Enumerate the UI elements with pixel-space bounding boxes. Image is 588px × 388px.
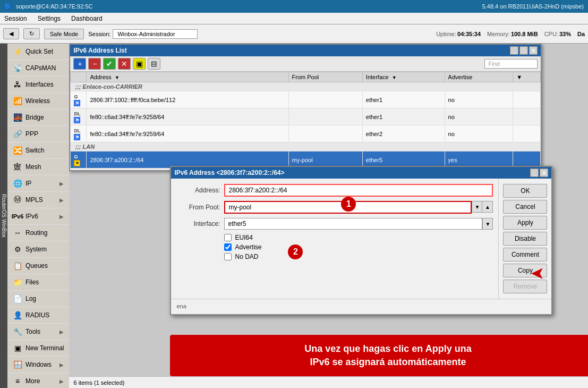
sidebar-item-label: More [25, 377, 40, 385]
table-row[interactable]: DL ⚑ fe80::c6ad:34ff:fe7e:9258/64 ether1… [71, 108, 541, 125]
from-pool-dropdown-btn[interactable]: ▼ [472, 201, 482, 213]
sidebar-item-tools[interactable]: 🔧 Tools ▶ [7, 324, 69, 340]
table-toolbar: + − ✔ ✕ ▣ ⊟ Find [70, 56, 541, 72]
more-arrow: ▶ [59, 378, 64, 384]
sidebar-item-routing[interactable]: ↔ Routing [7, 225, 69, 241]
col-interface[interactable]: Interface ▼ [362, 72, 445, 82]
status-text: 6 items (1 selected) [73, 379, 124, 386]
advertise-checkbox[interactable] [224, 243, 232, 251]
main-layout: RouterOS WinBox ⚡ Quick Set 📡 CAPsMAN 🖧 … [0, 44, 588, 388]
col-dropdown[interactable]: ▼ [513, 72, 541, 82]
filter-button[interactable]: ⊟ [148, 58, 160, 70]
sidebar-item-files[interactable]: 📁 Files [7, 274, 69, 291]
row-flag: DL ⚑ [71, 125, 87, 142]
cpu-label: CPU: [544, 31, 558, 37]
toolbar: ◀ ↻ Safe Mode Session: Winbox-Administra… [0, 24, 588, 44]
menu-dashboard[interactable]: Dashboard [69, 14, 105, 23]
ipv6-table: Address ▼ From Pool Interface ▼ [70, 72, 541, 168]
sidebar-item-label: Bridge [25, 114, 44, 121]
sidebar-item-quick-set[interactable]: ⚡ Quick Set [7, 44, 69, 60]
from-pool-select-wrap: my-pool ▼ ▲ [224, 201, 493, 214]
cancel-button[interactable]: Cancel [503, 200, 547, 214]
sidebar-item-label: Files [25, 279, 39, 286]
enable-button[interactable]: ✔ [103, 58, 116, 70]
address-input[interactable] [224, 184, 493, 197]
routeros-label: RouterOS WinBox [0, 44, 7, 388]
sidebar-item-mesh[interactable]: 🕸 Mesh [7, 159, 69, 175]
log-icon: 📄 [13, 294, 22, 303]
disable-button[interactable]: Disable [503, 232, 547, 246]
find-box[interactable]: Find [484, 59, 538, 69]
menu-settings[interactable]: Settings [36, 14, 63, 23]
sidebar-item-ppp[interactable]: 🔗 PPP [7, 126, 69, 142]
interfaces-icon: 🖧 [13, 80, 22, 89]
table-row[interactable]: G ⚑ 2806:3f7:1002::ffff:f0ca:bebe/112 et… [71, 91, 541, 108]
col-flag[interactable] [71, 72, 87, 82]
sidebar-item-mpls[interactable]: Ⓜ MPLS ▶ [7, 192, 69, 208]
sidebar-item-label: RADIUS [25, 311, 49, 319]
da-item: Da [577, 31, 585, 37]
sidebar-item-windows[interactable]: 🪟 Windows ▶ [7, 357, 69, 373]
row-address: fe80::c6ad:34ff:fe7e:9258/64 [87, 108, 288, 125]
address-label: Address: [176, 187, 224, 194]
table-row[interactable]: DL ⚑ fe80::c6ad:34ff:fe7e:9259/64 ether2… [71, 125, 541, 142]
forward-button[interactable]: ↻ [23, 28, 40, 39]
comment-button[interactable]: Comment [503, 248, 547, 262]
back-button[interactable]: ◀ [3, 28, 19, 39]
title-text: soporte@C4:AD:34:7E:92:5C [16, 3, 92, 10]
bridge-icon: 🌉 [13, 113, 22, 122]
add-button[interactable]: + [73, 58, 86, 70]
sidebar-item-ip[interactable]: 🌐 IP ▶ [7, 175, 69, 192]
minimize-button[interactable]: _ [510, 46, 518, 55]
eui64-checkbox[interactable] [224, 234, 232, 241]
sidebar-item-label: Routing [25, 229, 47, 237]
from-pool-row: From Pool: my-pool ▼ ▲ 1 [176, 201, 493, 214]
row-from-pool [288, 108, 362, 125]
menu-session[interactable]: Session [2, 14, 29, 23]
dialog-minimize-button[interactable]: _ [530, 168, 539, 177]
col-address[interactable]: Address ▼ [87, 72, 288, 82]
system-icon: ⚙ [13, 244, 22, 254]
sidebar-item-label: New Terminal [25, 344, 64, 352]
sidebar-item-queues[interactable]: 📋 Queues [7, 258, 69, 274]
ipv6-list-titlebar[interactable]: IPv6 Address List _ □ ✕ [70, 45, 541, 56]
row-advertise: no [445, 108, 513, 125]
ok-button[interactable]: OK [503, 184, 547, 198]
sidebar-item-label: IPv6 [25, 213, 38, 220]
files-icon: 📁 [13, 277, 22, 287]
dialog-titlebar[interactable]: IPv6 Address <2806:3f7:a200:2::/64> _ ✕ [171, 167, 551, 179]
sidebar-item-system[interactable]: ⚙ System [7, 241, 69, 258]
sidebar-item-more[interactable]: ≡ More ▶ [7, 373, 69, 388]
memory-item: Memory: 100.8 MiB [487, 31, 538, 37]
flag-icon: ⚑ [74, 100, 80, 106]
interface-input[interactable]: ether5 [224, 218, 482, 230]
sidebar-item-switch[interactable]: 🔀 Switch [7, 142, 69, 159]
no-dad-checkbox[interactable] [224, 253, 232, 260]
remove-button[interactable]: − [88, 58, 101, 70]
safe-mode-button[interactable]: Safe Mode [44, 29, 84, 39]
sidebar-item-wireless[interactable]: 📶 Wireless [7, 93, 69, 109]
sidebar-item-bridge[interactable]: 🌉 Bridge [7, 109, 69, 126]
sidebar-item-capsman[interactable]: 📡 CAPsMAN [7, 60, 69, 77]
sidebar-item-interfaces[interactable]: 🖧 Interfaces [7, 77, 69, 93]
wireless-icon: 📶 [13, 96, 22, 106]
interface-select-wrap: ether5 ▼ [224, 218, 493, 230]
col-advertise[interactable]: Advertise [445, 72, 513, 82]
comment-button[interactable]: ▣ [133, 58, 146, 70]
maximize-button[interactable]: □ [519, 46, 528, 55]
from-pool-up-btn[interactable]: ▲ [482, 201, 493, 213]
close-button[interactable]: ✕ [529, 46, 538, 55]
dialog-controls: _ ✕ [530, 168, 548, 177]
sidebar-item-log[interactable]: 📄 Log [7, 291, 69, 307]
sidebar-item-ipv6[interactable]: IPv6 IPv6 ▶ [7, 208, 69, 225]
sidebar-item-radius[interactable]: 👤 RADIUS [7, 307, 69, 324]
interface-dropdown-btn[interactable]: ▼ [482, 218, 493, 230]
disable-button[interactable]: ✕ [118, 58, 131, 70]
dialog-close-button[interactable]: ✕ [540, 168, 548, 177]
sidebar-item-label: Switch [25, 147, 44, 154]
no-dad-row: No DAD [224, 253, 493, 260]
apply-button[interactable]: Apply [503, 216, 547, 230]
sidebar-item-new-terminal[interactable]: ▣ New Terminal [7, 340, 69, 357]
uptime-value: 04:35:34 [457, 31, 481, 37]
col-from-pool[interactable]: From Pool [288, 72, 362, 82]
